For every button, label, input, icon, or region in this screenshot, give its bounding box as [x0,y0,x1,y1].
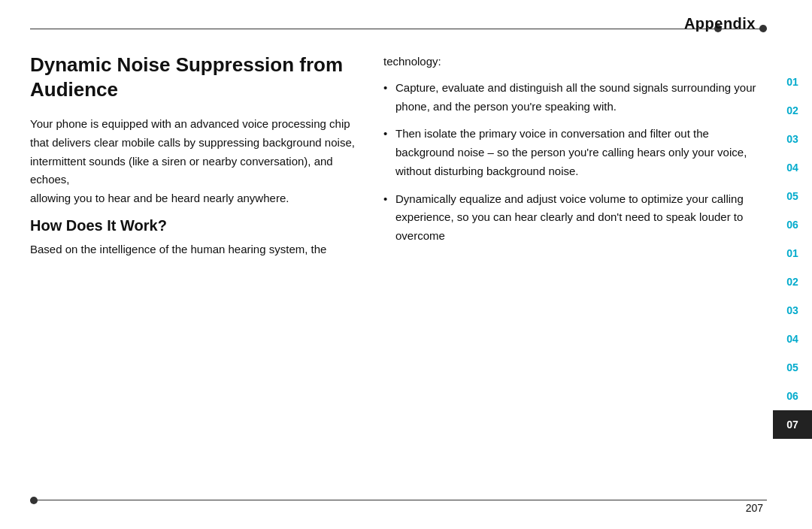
right-intro: technology: [383,53,759,71]
section-body: Based on the intelligence of the human h… [30,240,361,259]
section-title: How Does It Work? [30,217,361,234]
right-column: technology: Capture, evaluate and distin… [383,45,759,488]
bullet-list: Capture, evaluate and distinguish all th… [383,79,759,246]
page-main-title: Dynamic Noise Suppression from Audience [30,53,361,101]
nav-item-06-first[interactable]: 06 [773,210,812,239]
nav-item-04-first[interactable]: 04 [773,153,812,182]
bullet-item-3: Dynamically equalize and adjust voice vo… [383,190,759,246]
header-title: Appendix [684,15,756,32]
nav-item-02-first[interactable]: 02 [773,96,812,125]
side-navigation: 01 02 03 04 05 06 01 02 03 04 05 06 07 [773,68,812,439]
page-number: 207 [746,502,763,514]
nav-item-05-first[interactable]: 05 [773,182,812,210]
body-text: Your phone is equipped with an advanced … [30,115,361,208]
nav-item-01-first[interactable]: 01 [773,68,812,96]
header-line [30,29,767,29]
nav-item-07-active[interactable]: 07 [773,410,812,439]
header-dot-right [759,25,767,32]
bullet-item-1: Capture, evaluate and distinguish all th… [383,79,759,116]
bullet-item-2: Then isolate the primary voice in conver… [383,125,759,180]
nav-item-01-second[interactable]: 01 [773,239,812,268]
nav-item-04-second[interactable]: 04 [773,325,812,353]
footer-line [30,500,767,500]
footer-dot [30,497,38,504]
main-content: Dynamic Noise Suppression from Audience … [30,45,759,488]
nav-item-02-second[interactable]: 02 [773,268,812,296]
nav-item-03-second[interactable]: 03 [773,296,812,325]
nav-item-06-second[interactable]: 06 [773,382,812,410]
nav-item-03-first[interactable]: 03 [773,125,812,153]
left-column: Dynamic Noise Suppression from Audience … [30,45,361,488]
nav-item-05-second[interactable]: 05 [773,353,812,382]
